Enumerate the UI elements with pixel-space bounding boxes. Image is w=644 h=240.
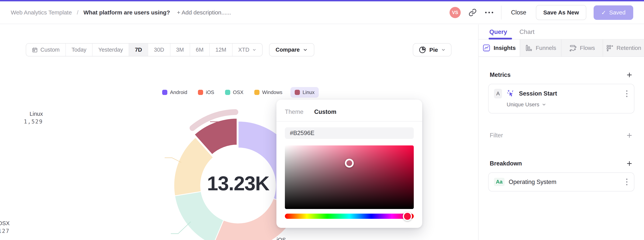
legend-label: iOS xyxy=(206,89,214,95)
avatar[interactable]: VS xyxy=(450,7,461,18)
range-6m[interactable]: 6M xyxy=(190,44,209,56)
funnels-icon xyxy=(525,44,533,52)
pie-chart-icon xyxy=(418,46,426,54)
range-custom[interactable]: Custom xyxy=(26,44,66,56)
aggregation-label: Unique Users xyxy=(507,102,539,108)
range-30d[interactable]: 30D xyxy=(148,44,170,56)
saved-label: Saved xyxy=(609,9,626,16)
color-picker-popup: Theme Custom #B2596E xyxy=(276,100,422,228)
mode-funnels[interactable]: Funnels xyxy=(520,40,561,57)
hex-color-input[interactable]: #B2596E xyxy=(285,127,414,139)
chart-type-selector[interactable]: Pie xyxy=(413,43,452,57)
breadcrumb-root[interactable]: Web Analytics Template xyxy=(11,9,72,16)
legend-label: Linux xyxy=(302,89,314,95)
legend-item-windows[interactable]: Windows xyxy=(252,87,285,98)
insights-icon xyxy=(482,44,490,52)
breakdown-kebab-menu[interactable] xyxy=(625,177,628,186)
legend-item-android[interactable]: Android xyxy=(160,87,190,98)
mode-flows[interactable]: Flows xyxy=(561,40,603,57)
hue-slider[interactable] xyxy=(285,214,414,219)
chevron-down-icon xyxy=(252,48,256,52)
save-as-new-button[interactable]: Save As New xyxy=(536,5,586,20)
breadcrumb-separator: / xyxy=(77,9,78,16)
legend-swatch xyxy=(295,90,300,95)
mode-insights[interactable]: Insights xyxy=(478,40,520,57)
filter-section-header: Filter xyxy=(488,132,634,139)
callout-value: 2,127 xyxy=(0,228,10,234)
add-metric-icon[interactable] xyxy=(626,72,633,78)
page-title[interactable]: What platform are users using? xyxy=(84,9,170,16)
legend-swatch xyxy=(254,90,260,95)
saved-button[interactable]: ✓ Saved xyxy=(594,6,633,20)
legend-swatch xyxy=(225,90,230,95)
metric-card[interactable]: A Session Start Unique Users xyxy=(488,84,634,113)
check-icon: ✓ xyxy=(601,9,606,16)
sv-selector-ring[interactable] xyxy=(345,159,354,168)
callout-name: iOS xyxy=(276,237,296,240)
callout-osx: OSX 2,127 xyxy=(0,220,10,234)
breakdown-heading: Breakdown xyxy=(490,160,522,167)
chevron-down-icon xyxy=(441,48,446,52)
chevron-down-icon xyxy=(303,47,308,52)
color-picker-tabs: Theme Custom xyxy=(285,108,414,115)
legend-item-ios[interactable]: iOS xyxy=(195,87,217,98)
range-yesterday[interactable]: Yesterday xyxy=(92,44,129,56)
filter-heading: Filter xyxy=(490,132,503,139)
mode-label: Funnels xyxy=(536,45,556,51)
metrics-section-header: Metrics xyxy=(488,72,634,78)
tab-theme[interactable]: Theme xyxy=(285,108,303,115)
range-xtd[interactable]: XTD xyxy=(232,44,262,56)
callout-name: Linux xyxy=(24,111,43,117)
date-range-group: CustomTodayYesterday7D30D3M6M12MXTD xyxy=(26,43,262,57)
metric-kebab-menu[interactable] xyxy=(625,89,628,98)
picker-divider xyxy=(276,121,422,122)
breakdown-section-header: Breakdown xyxy=(488,160,634,167)
chart-legend: AndroidiOSOSXWindowsLinux xyxy=(0,87,478,98)
compare-button[interactable]: Compare xyxy=(269,43,314,57)
legend-label: Windows xyxy=(262,89,282,95)
add-description-button[interactable]: + Add description...... xyxy=(177,9,231,16)
mode-label: Insights xyxy=(494,45,516,51)
mode-retention[interactable]: Retention xyxy=(603,40,644,57)
header: Web Analytics Template / What platform a… xyxy=(0,1,644,24)
analysis-mode-tabs: Insights Funnels Flows xyxy=(478,40,644,57)
tab-custom[interactable]: Custom xyxy=(314,108,336,115)
sidebar-tabs: Query Chart xyxy=(478,25,644,40)
add-filter-icon[interactable] xyxy=(626,132,633,139)
breakdown-property-name[interactable]: Operating System xyxy=(509,178,556,185)
legend-item-linux[interactable]: Linux xyxy=(290,87,319,98)
close-button[interactable]: Close xyxy=(509,9,528,16)
query-sidebar: Query Chart Insights Funnels xyxy=(478,25,644,240)
calendar-icon xyxy=(32,47,38,53)
chart-type-label: Pie xyxy=(429,47,438,53)
chevron-down-icon xyxy=(542,102,546,107)
active-tab-underline xyxy=(488,38,512,40)
range-12m[interactable]: 12M xyxy=(209,44,232,56)
aggregation-dropdown[interactable]: Unique Users xyxy=(507,102,628,108)
breakdown-card[interactable]: Aa Operating System xyxy=(488,172,634,191)
property-type-badge: Aa xyxy=(494,178,504,186)
legend-item-osx[interactable]: OSX xyxy=(222,87,246,98)
range-today[interactable]: Today xyxy=(66,44,92,56)
range-3m[interactable]: 3M xyxy=(170,44,190,56)
more-options-icon[interactable] xyxy=(484,8,494,17)
metric-event-name[interactable]: Session Start xyxy=(519,90,557,97)
metrics-heading: Metrics xyxy=(490,72,511,78)
callout-ios: iOS 3,402 xyxy=(274,237,296,240)
add-breakdown-icon[interactable] xyxy=(626,160,633,167)
mode-label: Flows xyxy=(580,45,595,51)
report-canvas: CustomTodayYesterday7D30D3M6M12MXTD Comp… xyxy=(0,25,478,240)
callout-value: 1,529 xyxy=(24,118,43,125)
slice-osx[interactable] xyxy=(175,191,224,240)
tab-chart[interactable]: Chart xyxy=(519,28,534,36)
date-toolbar: CustomTodayYesterday7D30D3M6M12MXTD Comp… xyxy=(26,43,314,57)
share-link-icon[interactable] xyxy=(468,8,477,17)
header-divider xyxy=(501,6,502,20)
legend-label: Android xyxy=(170,89,187,95)
range-7d[interactable]: 7D xyxy=(129,44,148,56)
callout-name: OSX xyxy=(0,220,10,226)
donut-center-total: 13.23K xyxy=(200,172,276,195)
hue-slider-handle[interactable] xyxy=(403,212,412,221)
tab-query[interactable]: Query xyxy=(489,28,507,36)
saturation-value-area[interactable] xyxy=(285,145,414,209)
